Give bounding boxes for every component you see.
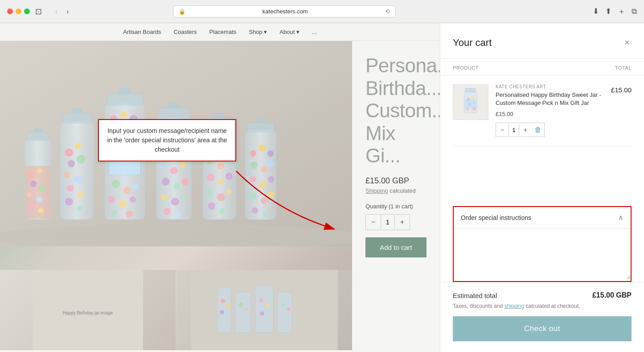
close-window-button[interactable]	[7, 8, 13, 14]
share-icon[interactable]: ⬆	[605, 7, 611, 16]
close-cart-button[interactable]: ×	[623, 36, 632, 50]
svg-rect-82	[245, 130, 276, 219]
instructions-title: Order special instructions	[461, 214, 531, 221]
thumbnail-1[interactable]: Happy Birthday jar image	[0, 270, 176, 350]
svg-point-87	[267, 150, 274, 157]
item-decrease-qty-button[interactable]: −	[496, 124, 509, 136]
add-to-cart-button[interactable]: Add to cart	[365, 237, 427, 257]
svg-rect-100	[33, 270, 143, 350]
browser-actions: ⬇ ⬆ ＋ ⧉	[593, 6, 637, 17]
svg-point-97	[252, 207, 258, 214]
svg-point-79	[226, 189, 232, 195]
increase-quantity-button[interactable]: +	[395, 215, 410, 230]
svg-point-23	[67, 185, 74, 192]
svg-point-7	[37, 168, 43, 173]
product-page: Artisan Boards Coasters Placemats Shop ▾…	[0, 23, 440, 352]
svg-point-24	[77, 192, 83, 198]
svg-point-91	[250, 176, 256, 182]
svg-point-42	[119, 200, 127, 208]
svg-point-77	[206, 190, 213, 196]
nav-placemats[interactable]: Placemats	[209, 29, 237, 35]
svg-point-6	[28, 171, 35, 178]
svg-point-9	[38, 184, 46, 192]
svg-point-56	[180, 162, 186, 168]
svg-point-93	[268, 176, 274, 182]
checkout-button[interactable]: Check out	[453, 316, 632, 341]
tax-shipping-link[interactable]: shipping	[504, 303, 524, 309]
fullscreen-window-button[interactable]	[24, 8, 30, 14]
decrease-quantity-button[interactable]: −	[366, 215, 381, 230]
svg-point-21	[64, 172, 70, 178]
lock-icon: 🔒	[179, 8, 185, 15]
thumbnail-row: Happy Birthday jar image	[0, 270, 352, 350]
product-price: £15.00 GBP	[365, 176, 427, 186]
product-area: Input your custom message/recipient name…	[0, 41, 440, 350]
item-image	[453, 84, 488, 120]
svg-point-67	[214, 112, 225, 118]
item-total: £15.00	[611, 84, 632, 94]
svg-rect-14	[60, 121, 94, 219]
svg-point-111	[259, 298, 263, 302]
nav-more[interactable]: ...	[312, 29, 317, 35]
product-info: Persona... Birthda... Custom... Mix Gi..…	[352, 41, 440, 350]
image-gallery: Input your custom message/recipient name…	[0, 41, 352, 350]
address-bar[interactable]: 🔒 katechesters.com ⟲	[173, 5, 396, 17]
back-button[interactable]: ‹	[53, 7, 60, 17]
svg-point-98	[263, 212, 268, 218]
tax-prefix: Taxes, discounts and	[453, 303, 503, 309]
nav-shop[interactable]: Shop ▾	[249, 29, 267, 35]
estimated-total: Estimated total £15.00 GBP	[453, 291, 632, 299]
forward-button[interactable]: ›	[64, 7, 71, 17]
total-column-header: TOTAL	[615, 65, 632, 70]
svg-point-95	[261, 198, 267, 204]
item-details: KATE CHESTERS ART Personalised Happy Bir…	[496, 84, 604, 137]
svg-rect-119	[465, 88, 476, 92]
svg-point-89	[261, 166, 267, 173]
sidebar-toggle-icon[interactable]: ⊡	[35, 7, 42, 17]
svg-point-96	[267, 191, 275, 199]
svg-point-1	[0, 224, 352, 246]
tabs-icon[interactable]: ⧉	[632, 7, 637, 16]
svg-point-59	[181, 178, 189, 185]
instructions-header[interactable]: Order special instructions ∧	[454, 207, 631, 228]
cart-item: KATE CHESTERS ART Personalised Happy Bir…	[453, 75, 632, 146]
svg-point-80	[208, 203, 215, 210]
item-increase-qty-button[interactable]: +	[519, 124, 532, 136]
special-instructions-input[interactable]	[454, 228, 631, 279]
svg-point-22	[74, 175, 82, 183]
cart-body[interactable]: KATE CHESTERS ART Personalised Happy Bir…	[440, 75, 644, 206]
svg-point-86	[258, 145, 266, 152]
svg-point-12	[29, 203, 36, 210]
svg-point-19	[68, 160, 75, 167]
nav-about[interactable]: About ▾	[279, 29, 299, 35]
nav-coasters[interactable]: Coasters	[174, 29, 197, 35]
svg-point-90	[267, 160, 274, 167]
svg-point-75	[217, 178, 224, 185]
svg-point-58	[174, 183, 180, 189]
item-name: Personalised Happy Birthday Sweet Jar - …	[496, 91, 604, 107]
thumbnail-2[interactable]	[176, 270, 352, 350]
minimize-window-button[interactable]	[16, 8, 21, 14]
svg-rect-15	[62, 113, 91, 123]
svg-point-116	[287, 307, 291, 311]
svg-point-39	[123, 187, 131, 194]
svg-point-121	[472, 96, 475, 99]
svg-point-36	[121, 112, 127, 118]
cart-columns: PRODUCT TOTAL	[440, 59, 644, 75]
svg-point-64	[174, 211, 180, 217]
svg-point-57	[162, 178, 170, 186]
nav-artisan-boards[interactable]: Artisan Boards	[123, 29, 161, 35]
shipping-link[interactable]: Shipping	[365, 187, 388, 194]
svg-point-106	[220, 310, 224, 315]
product-column-header: PRODUCT	[453, 65, 479, 70]
new-tab-icon[interactable]: ＋	[618, 6, 625, 17]
cart-footer: Estimated total £15.00 GBP Taxes, discou…	[440, 282, 644, 352]
svg-rect-126	[465, 99, 476, 108]
svg-point-4	[33, 128, 42, 133]
item-qty-control: − 1 + 🗑	[496, 123, 545, 137]
item-delete-button[interactable]: 🗑	[532, 123, 544, 137]
tax-note: Taxes, discounts and shipping calculated…	[453, 303, 632, 309]
svg-point-88	[250, 162, 258, 169]
traffic-lights	[7, 8, 30, 14]
download-icon[interactable]: ⬇	[593, 7, 599, 16]
